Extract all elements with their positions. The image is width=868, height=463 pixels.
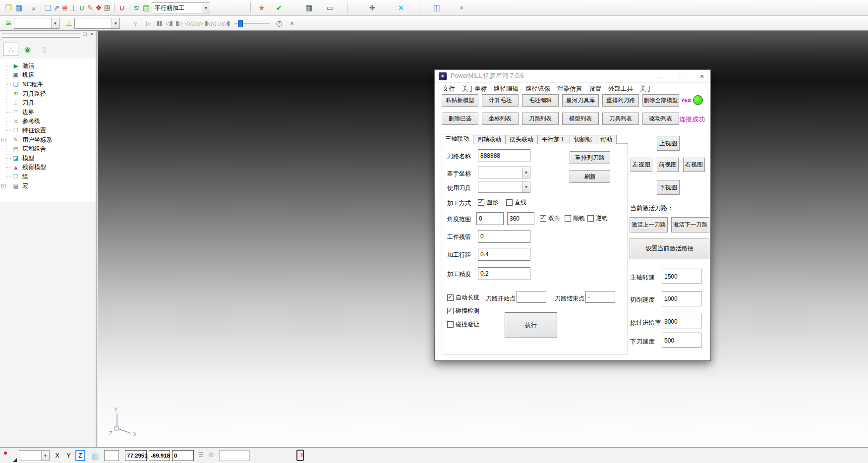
angle-end-input[interactable]	[507, 212, 534, 225]
menu-file[interactable]: 文件	[440, 84, 458, 94]
paste-new-model-button[interactable]: 粘贴新模型	[442, 94, 478, 107]
lamp-icon[interactable]: ♀	[130, 17, 141, 29]
tree-item-levels[interactable]: ▤层和组合	[0, 144, 96, 154]
float-panel-icon[interactable]: ❏	[81, 31, 88, 37]
dialog-titlebar[interactable]: ✶ PowerMILL 忆梦星河 7.0.6	[435, 70, 710, 83]
tree-item-tools[interactable]: ⊥刀具	[0, 98, 96, 108]
save-icon[interactable]: ▦	[13, 2, 24, 14]
strategy-combobox[interactable]: 平行精加工 ▼	[152, 2, 210, 13]
ruler-icon[interactable]: ▭	[325, 2, 336, 14]
view-bottom-button[interactable]: 下视图	[657, 180, 680, 195]
panel-grip[interactable]	[2, 36, 80, 38]
chevron-down-icon[interactable]: ▼	[522, 181, 530, 192]
tree-item-activate[interactable]: ▶激活	[0, 61, 96, 71]
feature-set-icon[interactable]: ⊞	[102, 2, 113, 14]
expand-icon[interactable]: +	[1, 138, 5, 142]
tree-item-pattern[interactable]: ✕参考线	[0, 117, 96, 126]
menu-path-edit[interactable]: 路径编辑	[491, 84, 521, 94]
checkbox-icon[interactable]	[565, 215, 571, 222]
activate-next-toolpath-button[interactable]: 激活下一刀路	[671, 217, 709, 232]
star-tool-icon[interactable]: ★	[256, 2, 267, 14]
view-top-button[interactable]: 上视图	[657, 136, 680, 151]
rewind-icon[interactable]: ◁◁	[183, 17, 194, 29]
tab-4axis[interactable]: 四轴联动	[473, 135, 506, 144]
edit-block-button[interactable]: 毛坯编辑	[522, 94, 559, 107]
cursor-y-field[interactable]: -69.918	[149, 450, 170, 461]
toolpath-combobox[interactable]: ▼	[14, 18, 59, 29]
path-start-input[interactable]	[517, 291, 546, 303]
maximize-button[interactable]: □	[674, 70, 689, 83]
menu-external-tools[interactable]: 外部工具	[605, 84, 636, 94]
tool-list-button[interactable]: 刀具列表	[602, 113, 639, 125]
mode-circle-checkbox[interactable]: 圆形	[478, 198, 498, 207]
tree-item-machine[interactable]: ▣机床	[0, 71, 96, 80]
world-view-button[interactable]: ◉	[20, 43, 35, 56]
view-right-button[interactable]: 右视图	[683, 158, 705, 172]
status-combobox[interactable]: ▼	[19, 450, 50, 461]
models-cylinders-icon[interactable]: ◫	[431, 2, 442, 14]
checkbox-icon[interactable]	[506, 199, 513, 206]
expand-icon[interactable]: +	[1, 184, 5, 188]
conventional-mill-checkbox[interactable]: 逆铣	[587, 214, 608, 223]
view-front-button[interactable]: 前视图	[657, 158, 679, 172]
chevron-down-icon[interactable]: ▼	[41, 451, 49, 461]
tree-item-toolpaths[interactable]: ≋刀具路径	[0, 89, 96, 99]
pause-icon[interactable]: ▮▮	[154, 17, 165, 29]
active-toolpath-icon[interactable]: ≋	[131, 2, 142, 14]
print-icon[interactable]: ◕	[28, 2, 39, 14]
tab-help[interactable]: 帮助	[596, 135, 617, 144]
reorder-toolpaths-button[interactable]: 重排列刀路	[570, 151, 610, 164]
model-list-button[interactable]: 模型列表	[562, 113, 599, 125]
activate-prev-toolpath-button[interactable]: 激活上一刀路	[630, 217, 668, 232]
speed-slider-handle[interactable]	[238, 20, 243, 27]
tab-saw[interactable]: 切割锯	[570, 135, 596, 144]
toolpath-icon[interactable]: ≋	[3, 17, 14, 29]
toolpath-list-button[interactable]: 刀路列表	[522, 113, 559, 125]
checkbox-icon[interactable]	[447, 294, 454, 301]
play-icon[interactable]: ▷	[143, 17, 154, 29]
tolerance-input[interactable]	[478, 267, 530, 280]
menu-render-sim[interactable]: 渲染仿真	[554, 84, 585, 94]
menu-path-mirror[interactable]: 路径镜像	[522, 84, 553, 94]
toolbar-close-icon[interactable]: ✕	[456, 2, 467, 14]
tools-icon[interactable]: ✚	[367, 2, 378, 14]
spindle-speed-input[interactable]	[662, 269, 701, 284]
menu-settings[interactable]: 设置	[586, 84, 604, 94]
pause-bars-icon[interactable]: ‖	[296, 450, 304, 461]
workplane-list-button[interactable]: 坐标列表	[482, 113, 519, 125]
chevron-down-icon[interactable]: ▼	[112, 18, 119, 28]
mode-line-checkbox[interactable]: 直线	[506, 198, 526, 207]
reorder-toolpaths-button[interactable]: 重排列刀路	[602, 94, 639, 107]
step-back-icon[interactable]: ◁▮	[164, 17, 174, 29]
checkbox-icon[interactable]	[587, 215, 594, 222]
tool-icon[interactable]: ⊥	[63, 17, 74, 29]
cursor-x-field[interactable]: 77.2951	[125, 450, 147, 461]
grid-snap-icon[interactable]: ▦	[89, 450, 101, 462]
go-to-end-icon[interactable]: ▷▷▮	[217, 17, 231, 29]
tab-3axis[interactable]: 三轴联动	[441, 134, 473, 144]
calculator-icon[interactable]: ▦	[303, 2, 314, 14]
close-button[interactable]: ✕	[694, 70, 709, 83]
snap-value-field[interactable]	[104, 450, 119, 461]
execute-button[interactable]: 执行	[505, 312, 557, 338]
view-left-button[interactable]: 左视图	[631, 158, 652, 172]
menu-about[interactable]: 关于	[637, 84, 655, 94]
collision-check-checkbox[interactable]: 碰撞检测	[447, 307, 479, 315]
set-active-path-button[interactable]: 设置当前激活路径	[630, 238, 709, 259]
tree-item-nc-program[interactable]: ❏NC程序	[0, 80, 96, 89]
delete-selected-button[interactable]: 删除已选	[442, 113, 478, 125]
close-panel-icon[interactable]: ✕	[88, 31, 95, 37]
tool-combobox[interactable]: ▼	[478, 181, 530, 193]
drive-list-button[interactable]: 驱动列表	[642, 113, 679, 125]
measure-cross-icon[interactable]: ✕	[396, 2, 406, 14]
axis-x-button[interactable]: X	[53, 450, 62, 461]
bidirectional-checkbox[interactable]: 双向	[540, 214, 560, 223]
tab-parallel[interactable]: 平行加工	[538, 135, 570, 144]
tree-item-models[interactable]: ◪模型	[0, 154, 96, 163]
tree-item-macros[interactable]: +▤宏	[0, 181, 96, 191]
tree-item-boundary[interactable]: ◠边界	[0, 108, 96, 117]
toolbar-close-icon[interactable]: ✕	[287, 17, 297, 29]
chevron-down-icon[interactable]: ▼	[202, 3, 210, 13]
axis-y-button[interactable]: Y	[64, 450, 73, 461]
tree-view-button[interactable]: ∴	[3, 43, 18, 56]
